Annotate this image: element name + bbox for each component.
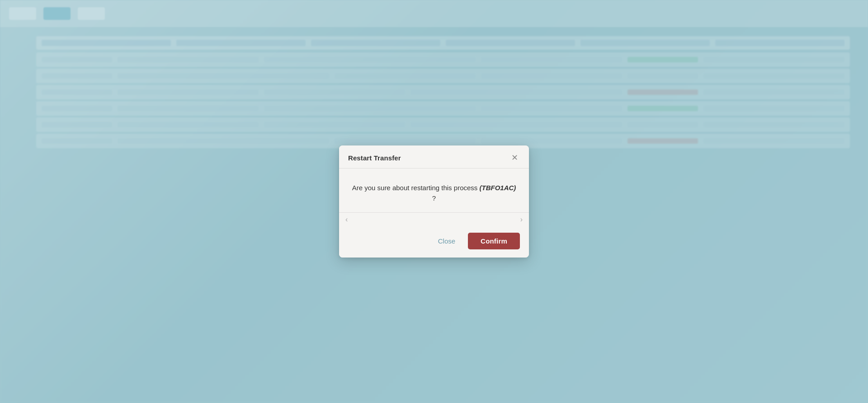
restart-transfer-modal: Restart Transfer ✕ Are you sure about re… [339,145,529,258]
confirm-button[interactable]: Confirm [468,233,520,249]
scroll-right-icon[interactable]: › [518,215,525,225]
modal-container: Restart Transfer ✕ Are you sure about re… [339,145,529,258]
close-button[interactable]: Close [431,234,462,248]
modal-message: Are you sure about restarting this proce… [350,183,518,203]
modal-close-x-button[interactable]: ✕ [509,153,520,163]
modal-title: Restart Transfer [348,154,401,162]
modal-footer: Close Confirm [339,226,529,258]
close-x-icon: ✕ [511,154,518,162]
message-prefix: Are you sure about restarting this proce… [352,184,478,192]
message-suffix: ? [432,194,436,202]
modal-header: Restart Transfer ✕ [339,145,529,169]
modal-body: Are you sure about restarting this proce… [339,169,529,212]
scroll-left-icon[interactable]: ‹ [343,215,350,225]
process-id: (TBFO1AC) [479,184,516,192]
modal-scroll-area: ‹ › [339,212,529,226]
